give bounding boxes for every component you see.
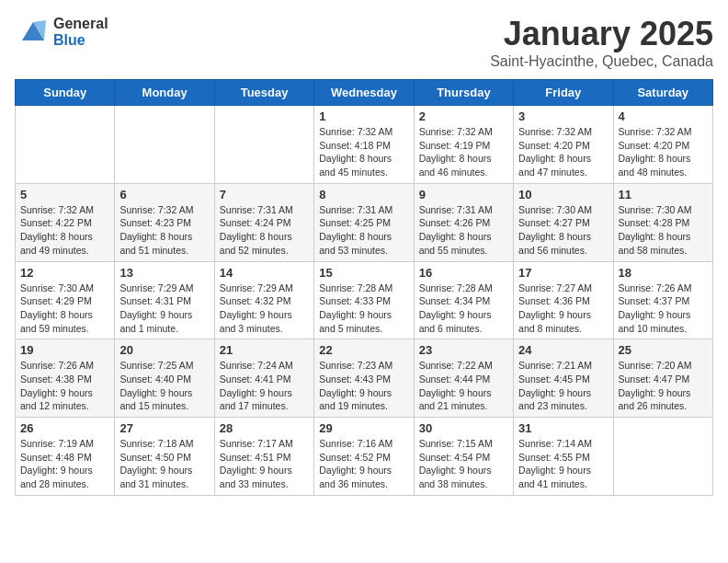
day-info: Sunrise: 7:32 AMSunset: 4:23 PMDaylight:… [119, 204, 193, 256]
day-number: 1 [319, 109, 408, 123]
day-number: 24 [518, 343, 608, 357]
calendar-day-cell: 15 Sunrise: 7:28 AMSunset: 4:33 PMDaylig… [314, 261, 414, 339]
calendar-day-cell: 22 Sunrise: 7:23 AMSunset: 4:43 PMDaylig… [314, 339, 414, 418]
day-info: Sunrise: 7:32 AMSunset: 4:19 PMDaylight:… [419, 126, 493, 178]
day-number: 21 [220, 343, 309, 357]
day-number: 13 [119, 266, 209, 280]
day-number: 9 [419, 188, 508, 201]
day-number: 7 [220, 188, 309, 201]
day-info: Sunrise: 7:25 AMSunset: 4:40 PMDaylight:… [119, 360, 193, 411]
day-info: Sunrise: 7:16 AMSunset: 4:52 PMDaylight:… [319, 438, 392, 489]
calendar-day-cell: 3 Sunrise: 7:32 AMSunset: 4:20 PMDayligh… [514, 106, 613, 184]
calendar-day-cell: 16 Sunrise: 7:28 AMSunset: 4:34 PMDaylig… [414, 261, 513, 339]
calendar-day-cell: 27 Sunrise: 7:18 AMSunset: 4:50 PMDaylig… [115, 418, 214, 496]
day-number: 14 [220, 266, 309, 280]
calendar-day-cell: 6 Sunrise: 7:32 AMSunset: 4:23 PMDayligh… [115, 183, 214, 261]
calendar-day-cell: 20 Sunrise: 7:25 AMSunset: 4:40 PMDaylig… [115, 339, 214, 418]
calendar-day-cell: 9 Sunrise: 7:31 AMSunset: 4:26 PMDayligh… [414, 183, 513, 261]
calendar-day-cell: 29 Sunrise: 7:16 AMSunset: 4:52 PMDaylig… [314, 418, 414, 496]
page-header: General Blue January 2025 Saint-Hyacinth… [15, 15, 713, 70]
day-number: 27 [119, 421, 209, 435]
day-of-week-header: Saturday [613, 80, 712, 106]
day-info: Sunrise: 7:31 AMSunset: 4:26 PMDaylight:… [419, 204, 493, 256]
calendar-day-cell: 25 Sunrise: 7:20 AMSunset: 4:47 PMDaylig… [613, 339, 712, 418]
title-area: January 2025 Saint-Hyacinthe, Quebec, Ca… [490, 15, 713, 70]
day-of-week-header: Thursday [414, 80, 513, 106]
calendar-day-cell [16, 106, 115, 184]
calendar-day-cell: 17 Sunrise: 7:27 AMSunset: 4:36 PMDaylig… [514, 261, 613, 339]
logo-text: General Blue [53, 16, 108, 48]
day-number: 18 [619, 266, 708, 280]
day-number: 26 [20, 421, 109, 435]
calendar-day-cell: 12 Sunrise: 7:30 AMSunset: 4:29 PMDaylig… [16, 261, 115, 339]
day-info: Sunrise: 7:24 AMSunset: 4:41 PMDaylight:… [220, 360, 293, 411]
day-number: 25 [619, 343, 708, 357]
day-number: 29 [319, 421, 408, 435]
day-info: Sunrise: 7:17 AMSunset: 4:51 PMDaylight:… [220, 438, 293, 489]
calendar-day-cell: 30 Sunrise: 7:15 AMSunset: 4:54 PMDaylig… [414, 418, 513, 496]
calendar-day-cell: 23 Sunrise: 7:22 AMSunset: 4:44 PMDaylig… [414, 339, 513, 418]
calendar-week-row: 26 Sunrise: 7:19 AMSunset: 4:48 PMDaylig… [16, 418, 713, 496]
calendar-day-cell: 7 Sunrise: 7:31 AMSunset: 4:24 PMDayligh… [214, 183, 313, 261]
day-of-week-header: Tuesday [214, 80, 313, 106]
day-of-week-header: Monday [115, 80, 214, 106]
day-info: Sunrise: 7:31 AMSunset: 4:25 PMDaylight:… [319, 204, 392, 256]
calendar-day-cell: 28 Sunrise: 7:17 AMSunset: 4:51 PMDaylig… [214, 418, 313, 496]
day-info: Sunrise: 7:30 AMSunset: 4:27 PMDaylight:… [518, 204, 592, 256]
day-of-week-header: Sunday [16, 80, 115, 106]
day-info: Sunrise: 7:19 AMSunset: 4:48 PMDaylight:… [20, 438, 94, 489]
calendar-day-cell: 19 Sunrise: 7:26 AMSunset: 4:38 PMDaylig… [16, 339, 115, 418]
day-info: Sunrise: 7:28 AMSunset: 4:34 PMDaylight:… [419, 282, 493, 334]
day-number: 23 [419, 343, 508, 357]
day-info: Sunrise: 7:26 AMSunset: 4:37 PMDaylight:… [619, 282, 692, 334]
calendar-day-cell: 8 Sunrise: 7:31 AMSunset: 4:25 PMDayligh… [314, 183, 414, 261]
calendar-day-cell: 13 Sunrise: 7:29 AMSunset: 4:31 PMDaylig… [115, 261, 214, 339]
day-info: Sunrise: 7:29 AMSunset: 4:31 PMDaylight:… [119, 282, 193, 334]
calendar-day-cell: 4 Sunrise: 7:32 AMSunset: 4:20 PMDayligh… [613, 106, 712, 184]
month-title: January 2025 [490, 15, 713, 53]
day-number: 6 [119, 188, 209, 201]
day-number: 31 [518, 421, 608, 435]
day-number: 30 [419, 421, 508, 435]
calendar-day-cell: 5 Sunrise: 7:32 AMSunset: 4:22 PMDayligh… [16, 183, 115, 261]
day-number: 3 [518, 109, 608, 123]
day-number: 2 [419, 109, 508, 123]
day-number: 5 [20, 188, 109, 201]
calendar-table: SundayMondayTuesdayWednesdayThursdayFrid… [15, 79, 713, 496]
day-number: 8 [319, 188, 408, 201]
day-number: 4 [619, 109, 708, 123]
day-info: Sunrise: 7:22 AMSunset: 4:44 PMDaylight:… [419, 360, 493, 411]
calendar-week-row: 12 Sunrise: 7:30 AMSunset: 4:29 PMDaylig… [16, 261, 713, 339]
day-number: 17 [518, 266, 608, 280]
day-info: Sunrise: 7:30 AMSunset: 4:28 PMDaylight:… [619, 204, 692, 256]
day-number: 19 [20, 343, 109, 357]
calendar-header-row: SundayMondayTuesdayWednesdayThursdayFrid… [16, 80, 713, 106]
day-info: Sunrise: 7:32 AMSunset: 4:22 PMDaylight:… [20, 204, 94, 256]
day-info: Sunrise: 7:26 AMSunset: 4:38 PMDaylight:… [20, 360, 94, 411]
calendar-day-cell: 21 Sunrise: 7:24 AMSunset: 4:41 PMDaylig… [214, 339, 313, 418]
calendar-day-cell [214, 106, 313, 184]
calendar-day-cell [115, 106, 214, 184]
day-info: Sunrise: 7:27 AMSunset: 4:36 PMDaylight:… [518, 282, 592, 334]
day-number: 16 [419, 266, 508, 280]
day-number: 10 [518, 188, 608, 201]
calendar-day-cell: 1 Sunrise: 7:32 AMSunset: 4:18 PMDayligh… [314, 106, 414, 184]
logo-icon [15, 15, 50, 50]
calendar-day-cell: 18 Sunrise: 7:26 AMSunset: 4:37 PMDaylig… [613, 261, 712, 339]
calendar-day-cell: 14 Sunrise: 7:29 AMSunset: 4:32 PMDaylig… [214, 261, 313, 339]
calendar-day-cell: 24 Sunrise: 7:21 AMSunset: 4:45 PMDaylig… [514, 339, 613, 418]
day-number: 15 [319, 266, 408, 280]
day-info: Sunrise: 7:31 AMSunset: 4:24 PMDaylight:… [220, 204, 293, 256]
day-number: 28 [220, 421, 309, 435]
location-title: Saint-Hyacinthe, Quebec, Canada [490, 53, 713, 70]
calendar-week-row: 19 Sunrise: 7:26 AMSunset: 4:38 PMDaylig… [16, 339, 713, 418]
logo-blue: Blue [53, 32, 108, 49]
day-number: 20 [119, 343, 209, 357]
day-info: Sunrise: 7:32 AMSunset: 4:20 PMDaylight:… [619, 126, 692, 178]
day-of-week-header: Wednesday [314, 80, 414, 106]
calendar-day-cell: 26 Sunrise: 7:19 AMSunset: 4:48 PMDaylig… [16, 418, 115, 496]
calendar-day-cell: 2 Sunrise: 7:32 AMSunset: 4:19 PMDayligh… [414, 106, 513, 184]
day-info: Sunrise: 7:29 AMSunset: 4:32 PMDaylight:… [220, 282, 293, 334]
day-number: 22 [319, 343, 408, 357]
day-info: Sunrise: 7:32 AMSunset: 4:20 PMDaylight:… [518, 126, 592, 178]
